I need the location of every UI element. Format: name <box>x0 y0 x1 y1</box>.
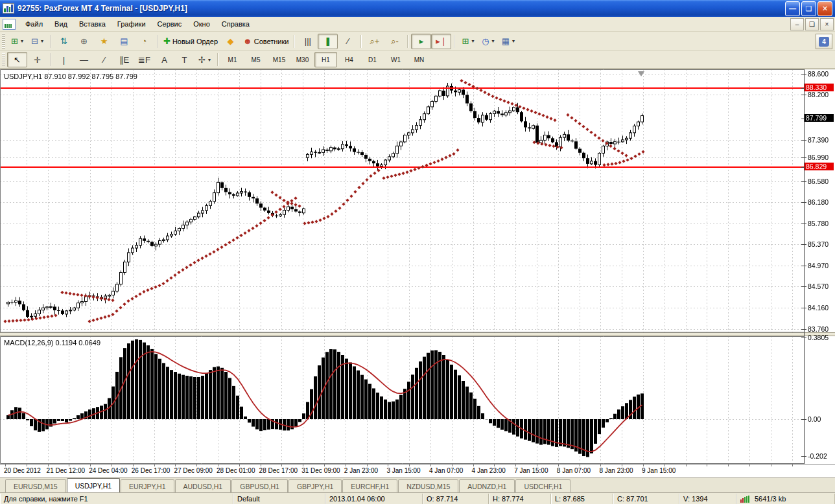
time-axis-label: 31 Dec 09:00 <box>301 467 340 474</box>
level-price-badge: 86.829 <box>805 163 834 170</box>
terminal-button[interactable]: ▤ <box>114 34 134 49</box>
chart-tab-usdjpyh1[interactable]: USDJPY,H1 <box>67 478 120 492</box>
zoom-out-button[interactable]: ⌕- <box>384 34 405 49</box>
data-window-button[interactable]: ⊕ <box>74 34 94 49</box>
fibonacci-button[interactable]: ≣F <box>134 52 154 67</box>
menu-item-4[interactable]: Сервис <box>152 18 188 30</box>
toolbar-grip[interactable] <box>2 34 5 49</box>
time-axis-label: 7 Jan 15:00 <box>514 467 548 474</box>
dropdown-caret-icon: ▾ <box>492 38 495 44</box>
chart-tab-usdchfh1[interactable]: USDCHF,H1 <box>515 479 570 492</box>
market-watch-icon: ⇅ <box>60 37 67 45</box>
time-axis-label: 9 Jan 15:00 <box>642 467 676 474</box>
maximize-button[interactable]: ❏ <box>801 1 816 16</box>
time-axis-label: 3 Jan 15:00 <box>386 467 420 474</box>
time-axis-label: 8 Jan 23:00 <box>599 467 633 474</box>
timeframe-d1-button[interactable]: D1 <box>361 52 384 67</box>
vertical-line-button[interactable]: | <box>54 52 74 67</box>
axis-tick-label: 85.370 <box>808 240 829 248</box>
status-volume: V: 1394 <box>679 494 736 504</box>
arrows-button[interactable]: ✢▾ <box>194 52 215 67</box>
axis-tick-label: 85.780 <box>808 220 829 227</box>
chart-tab-eurjpyh1[interactable]: EURJPY,H1 <box>121 479 174 492</box>
axis-tick-label: 86.580 <box>808 178 829 185</box>
crosshair-tool-icon: ✛ <box>34 56 41 64</box>
candlestick-chart-button[interactable]: ❚ <box>318 34 338 49</box>
toolbar-separator <box>360 35 362 48</box>
text-button[interactable]: A <box>154 52 174 67</box>
close-button[interactable]: ✕ <box>817 1 832 16</box>
menu-item-1[interactable]: Вид <box>49 18 73 30</box>
trendline-button[interactable]: ∕ <box>94 52 114 67</box>
status-profile: Default <box>233 494 325 504</box>
timeframe-m30-button[interactable]: M30 <box>291 52 314 67</box>
toolbar-separator <box>157 35 158 48</box>
time-axis[interactable]: 20 Dec 201221 Dec 12:0024 Dec 04:0026 De… <box>0 464 835 478</box>
new-chart-button[interactable]: ⊞▾ <box>7 34 27 49</box>
toolbar-grip[interactable] <box>2 53 5 67</box>
timeframe-h4-button[interactable]: H4 <box>338 52 360 67</box>
navigator-button[interactable]: ★ <box>94 34 114 49</box>
macd-indicator-label: MACD(12,26,9) 0.1194 0.0649 <box>4 339 100 347</box>
horizontal-line-button[interactable]: — <box>74 52 94 67</box>
new-chart-icon: ⊞ <box>11 37 18 45</box>
status-bar: Для справки, нажмите F1Default2013.01.04… <box>0 493 835 504</box>
timeframe-m1-button[interactable]: M1 <box>221 52 244 67</box>
indicators-button[interactable]: ⊞▾ <box>458 34 478 49</box>
auto-scroll-button[interactable]: ▸ <box>411 34 431 49</box>
line-chart-button[interactable]: ∕ <box>338 34 358 49</box>
new-order-button[interactable]: ✚Новый Ордер <box>161 34 220 49</box>
crosshair-tool-button[interactable]: ✛ <box>27 52 47 67</box>
zoom-in-button[interactable]: ⌕+ <box>364 34 384 49</box>
chart-tab-gbpjpyh1[interactable]: GBPJPY,H1 <box>288 479 342 492</box>
templates-button[interactable]: ▦▾ <box>498 34 518 49</box>
menu-item-0[interactable]: Файл <box>19 18 49 30</box>
experts-button[interactable]: ☻Советники <box>241 34 291 49</box>
menu-item-2[interactable]: Вставка <box>73 18 112 30</box>
experts-icon: ☻ <box>243 37 252 45</box>
profiles-button[interactable]: ⊟▾ <box>27 34 47 49</box>
menu-item-6[interactable]: Справка <box>216 18 255 30</box>
time-axis-label: 28 Dec 01:00 <box>217 467 255 474</box>
timeframe-h1-button[interactable]: H1 <box>314 52 337 67</box>
time-axis-label: 28 Dec 17:00 <box>259 467 298 474</box>
chart-window-icon <box>3 19 16 30</box>
channel-button[interactable]: ∥E <box>114 52 134 67</box>
status-time: 2013.01.04 06:00 <box>325 494 423 504</box>
periods-button[interactable]: ◷▾ <box>478 34 498 49</box>
chart-tab-audusdh1[interactable]: AUDUSD,H1 <box>175 479 231 492</box>
text-label-button[interactable]: T <box>174 52 194 67</box>
axis-tick-label: 0.00 <box>808 415 821 423</box>
timeframe-m5-button[interactable]: M5 <box>244 52 267 67</box>
timeframe-w1-button[interactable]: W1 <box>384 52 407 67</box>
line-chart-icon: ∕ <box>347 37 349 45</box>
mdi-minimize-button[interactable]: – <box>790 18 804 30</box>
zoom-out-icon: ⌕- <box>391 37 399 45</box>
mdi-restore-button[interactable]: ❏ <box>805 18 819 30</box>
timeframe-m15-button[interactable]: M15 <box>268 52 290 67</box>
cursor-tool-button[interactable]: ↖ <box>7 52 27 67</box>
mt4-logo-button[interactable]: 4 <box>816 34 832 49</box>
chart-tab-audnzdh1[interactable]: AUDNZD,H1 <box>459 479 515 492</box>
connection-bars-icon <box>740 496 749 503</box>
timeframe-mn-button[interactable]: MN <box>408 52 430 67</box>
chart-tab-gbpusdh1[interactable]: GBPUSD,H1 <box>231 479 288 492</box>
market-watch-button[interactable]: ⇅ <box>54 34 74 49</box>
minimize-button[interactable]: — <box>785 1 800 16</box>
mdi-close-button[interactable]: × <box>820 18 834 30</box>
menu-item-3[interactable]: Графики <box>112 18 152 30</box>
strategy-tester-button[interactable]: ◔ <box>134 34 154 49</box>
chart-tab-nzdusdm15[interactable]: NZDUSD,M15 <box>398 479 458 492</box>
channel-icon: ∥E <box>119 56 129 64</box>
price-chart-canvas[interactable] <box>0 69 835 464</box>
profiles-icon: ⊟ <box>31 37 38 45</box>
chart-tab-eurchfh1[interactable]: EURCHF,H1 <box>342 479 397 492</box>
chart-tab-eurusdm15[interactable]: EURUSD,M15 <box>5 479 66 492</box>
chart-shift-button[interactable]: ▸❘ <box>431 34 451 49</box>
menu-item-5[interactable]: Окно <box>187 18 216 30</box>
axis-tick-label: 86.180 <box>808 198 829 206</box>
metaeditor-button[interactable]: ◆ <box>220 34 241 49</box>
text-label-icon: T <box>182 56 187 64</box>
time-axis-label: 4 Jan 23:00 <box>472 467 506 474</box>
bar-chart-button[interactable]: ||| <box>298 34 318 49</box>
